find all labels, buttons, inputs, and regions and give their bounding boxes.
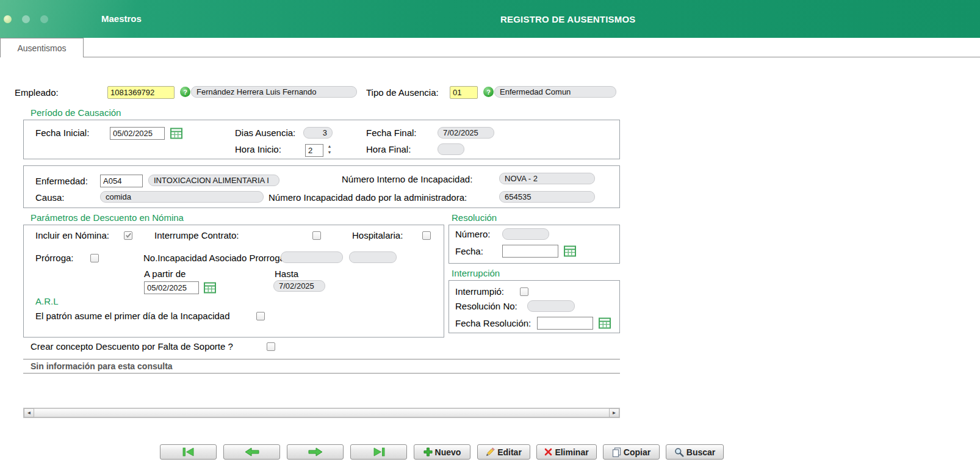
interrumpio-label: Interrumpió: [455, 286, 504, 297]
hora-final-field [438, 143, 464, 155]
scroll-right-arrow-icon[interactable]: ► [609, 408, 619, 417]
numero-admin-field: 654535 [499, 191, 595, 203]
spin-up-button[interactable]: ▲ [325, 143, 334, 150]
empleado-name-field: Fernández Herrera Luis Fernando [191, 86, 357, 98]
numero-interno-field: NOVA - 2 [499, 173, 595, 184]
fecha-resolucion-input[interactable] [537, 317, 593, 330]
hospitalaria-checkbox[interactable] [422, 231, 431, 240]
hora-inicio-input[interactable] [305, 144, 323, 157]
eliminar-button-label: Eliminar [555, 447, 588, 457]
nuevo-button[interactable]: Nuevo [414, 444, 470, 460]
window-control-dot-2 [22, 15, 30, 23]
nav-next-button[interactable] [287, 444, 344, 460]
nuevo-button-label: Nuevo [435, 447, 461, 457]
fecha-resolucion-label: Fecha Resolución: [455, 318, 531, 329]
last-record-icon [372, 447, 386, 457]
empleado-help-icon[interactable]: ? [180, 87, 190, 97]
empleado-code-input[interactable] [107, 86, 175, 99]
eliminar-button[interactable]: Eliminar [536, 444, 597, 460]
enfermedad-label: Enfermedad: [35, 176, 88, 187]
nav-previous-button[interactable] [223, 444, 280, 460]
crear-concepto-label: Crear concepto Descuento por Falta de So… [31, 341, 233, 352]
parametros-title: Parámetros de Descuento en Nómina [31, 212, 184, 223]
window-control-dot-3 [40, 15, 48, 23]
resolucion-numero-field [502, 228, 549, 240]
incluir-nomina-checkbox[interactable] [124, 231, 132, 240]
fecha-final-field: 7/02/2025 [438, 127, 494, 139]
tipo-ausencia-code-input[interactable] [450, 86, 478, 99]
copiar-button[interactable]: Copiar [603, 444, 660, 460]
hora-inicio-label: Hora Inicio: [235, 144, 281, 155]
crear-concepto-checkbox[interactable] [267, 342, 275, 351]
hasta-label: Hasta [275, 269, 298, 280]
search-icon [674, 447, 684, 457]
interrumpio-checkbox[interactable] [520, 287, 528, 296]
next-record-icon [308, 447, 323, 457]
interrumpe-contrato-label: Interrumpe Contrato: [154, 230, 239, 241]
horizontal-scrollbar: ◄ ► [23, 408, 620, 418]
prorroga-label: Prórroga: [35, 253, 74, 264]
scroll-left-arrow-icon[interactable]: ◄ [24, 408, 34, 417]
resolucion-numero-label: Número: [455, 229, 491, 240]
no-incapacidad-prorroga-field-1 [281, 251, 343, 263]
app-title: Maestros [101, 13, 142, 24]
pencil-icon [486, 447, 495, 457]
spin-down-button[interactable]: ▼ [325, 150, 334, 156]
window-header: Maestros REGISTRO DE AUSENTISMOS [0, 0, 980, 38]
incluir-nomina-label: Incluir en Nómina: [35, 230, 109, 241]
interrupcion-title: Interrupción [452, 268, 500, 279]
no-incapacidad-prorroga-field-2 [349, 251, 397, 263]
patron-asume-label: El patrón asume el primer día de la Inca… [35, 311, 230, 322]
resolucion-no-field [527, 300, 575, 312]
editar-button[interactable]: Editar [477, 444, 530, 460]
app-window: Maestros REGISTRO DE AUSENTISMOS Ausenti… [0, 0, 980, 473]
hasta-field: 7/02/2025 [273, 280, 325, 292]
resolucion-title: Resolución [452, 212, 497, 223]
causa-field: comida [100, 191, 264, 203]
tab-ausentismos[interactable]: Ausentismos [0, 38, 84, 57]
tipo-ausencia-help-icon[interactable]: ? [483, 87, 494, 97]
window-control-dot-1 [4, 15, 12, 23]
buscar-button[interactable]: Buscar [666, 444, 724, 460]
tipo-ausencia-label: Tipo de Ausencia: [366, 87, 439, 98]
previous-record-icon [245, 447, 259, 457]
empleado-label: Empleado: [15, 87, 59, 98]
grid-empty-message: Sin información para esta consulta [23, 359, 620, 374]
patron-asume-checkbox[interactable] [256, 312, 265, 320]
nav-last-button[interactable] [350, 444, 407, 460]
delete-x-icon [544, 448, 552, 456]
enfermedad-desc-field: INTOXICACION ALIMENTARIA I [148, 175, 279, 186]
check-icon [125, 230, 132, 241]
dias-ausencia-label: Dias Ausencia: [235, 128, 295, 139]
numero-admin-label: Número Incapacidad dado por la administr… [268, 192, 467, 203]
a-partir-de-calendar-icon[interactable] [204, 282, 216, 294]
resolucion-fecha-label: Fecha: [455, 246, 483, 257]
resolucion-no-label: Resolución No: [455, 301, 517, 312]
hospitalaria-label: Hospitalaria: [352, 230, 403, 241]
no-incapacidad-prorroga-label: No.Incapacidad Asociado Prorroga [143, 253, 285, 264]
enfermedad-code-input[interactable] [100, 175, 143, 187]
prorroga-checkbox[interactable] [90, 254, 99, 262]
resolucion-fecha-input[interactable] [502, 245, 558, 258]
a-partir-de-input[interactable] [144, 281, 199, 294]
fecha-inicial-label: Fecha Inicial: [35, 128, 89, 139]
fecha-inicial-calendar-icon[interactable] [170, 128, 182, 139]
dias-ausencia-field: 3 [303, 127, 333, 139]
nav-first-button[interactable] [160, 444, 217, 460]
fecha-resolucion-calendar-icon[interactable] [599, 317, 611, 329]
interrumpe-contrato-checkbox[interactable] [312, 231, 321, 240]
plus-icon [423, 447, 433, 457]
fecha-final-label: Fecha Final: [366, 128, 417, 139]
periodo-title: Período de Causación [31, 107, 121, 118]
tipo-ausencia-name-field: Enfermedad Comun [494, 86, 616, 98]
hora-final-label: Hora Final: [366, 144, 411, 155]
causa-label: Causa: [35, 192, 65, 203]
resolucion-fecha-calendar-icon[interactable] [564, 245, 576, 257]
arl-title: A.R.L [35, 296, 59, 307]
fecha-inicial-input[interactable] [110, 127, 165, 140]
tabbar-divider [0, 57, 980, 57]
buscar-button-label: Buscar [686, 447, 715, 457]
scrollbar-thumb[interactable] [34, 408, 609, 417]
editar-button-label: Editar [497, 447, 522, 457]
page-title: REGISTRO DE AUSENTISMOS [500, 14, 636, 24]
